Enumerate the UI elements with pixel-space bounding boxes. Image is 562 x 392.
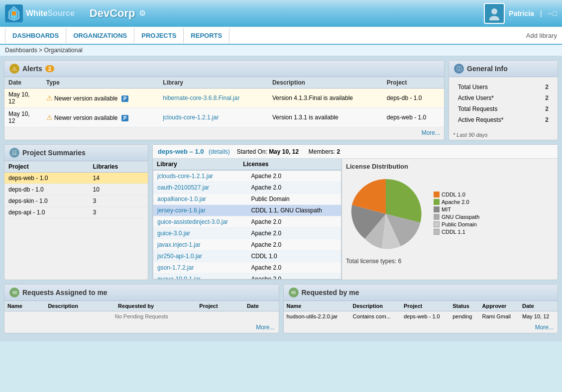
- requested-by-me-panel: ✉ Requested by me Name Description Proje…: [283, 284, 559, 333]
- legend: CDDL 1.0 Apache 2.0 MIT: [434, 192, 479, 236]
- pie-svg: [346, 174, 426, 254]
- whitesource-logo-icon: [5, 4, 23, 22]
- requested-more-link[interactable]: More...: [535, 324, 554, 331]
- gi-label-1: Total Users: [454, 82, 535, 92]
- lib-name: aopalliance-1.0.jar: [153, 194, 247, 205]
- project-summaries-header: ☷ Project Summaries: [4, 145, 148, 161]
- p-badge: P: [121, 96, 129, 102]
- table-row[interactable]: guice-3.0.jar Apache 2.0: [153, 228, 341, 239]
- pubdomain-color: [434, 221, 440, 227]
- top-row: ⚠ Alerts 2 Date Type Library Description…: [4, 60, 558, 144]
- general-info-content: Total Users 2 Active Users* 2 Total Requ…: [449, 77, 558, 140]
- lib-license: Apache 2.0: [247, 216, 341, 228]
- project-icon: ☷: [9, 148, 19, 158]
- req-col-reqby: Requested by: [115, 301, 196, 311]
- requested-by-me-title: Requested by me: [302, 289, 359, 296]
- requests-assigned-panel: ✉ Requests Assigned to me Name Descripti…: [4, 284, 279, 333]
- col-date: Date: [4, 77, 42, 89]
- list-item: CDDL 1.1: [434, 229, 479, 235]
- gear-icon[interactable]: ⚙: [139, 8, 146, 18]
- general-info-header: ⓘ General Info: [449, 61, 558, 77]
- table-row[interactable]: javax.inject-1.jar Apache 2.0: [153, 239, 341, 251]
- nav-projects[interactable]: PROJECTS: [134, 28, 184, 43]
- info-icon: ⓘ: [454, 64, 464, 74]
- alert-desc-1: Version 4.1.3.Final is available: [268, 89, 383, 108]
- alert-date-2: May 10,12: [4, 108, 42, 127]
- table-row[interactable]: aopalliance-1.0.jar Public Domain: [153, 194, 341, 205]
- col-project: Project: [383, 77, 444, 89]
- table-row[interactable]: jsr250-api-1.0.jar CDDL 1.0: [153, 251, 341, 262]
- table-row[interactable]: guice-assistedinject-3.0.jar Apache 2.0: [153, 216, 341, 228]
- logout-icon[interactable]: →□: [546, 9, 557, 17]
- gi-value-1: 2: [536, 82, 553, 92]
- lib-name: guava-10.0.1.jar: [153, 274, 247, 280]
- pie-chart: [346, 174, 426, 254]
- col-description: Description: [268, 77, 383, 89]
- requests-assigned-table: Name Description Requested by Project Da…: [4, 301, 279, 322]
- table-row[interactable]: oauth-20100527.jar Apache 2.0: [153, 182, 341, 194]
- table-row[interactable]: guava-10.0.1.jar Apache 2.0: [153, 274, 341, 280]
- table-row[interactable]: deps-web - 1.0 14: [4, 173, 148, 184]
- proj-libs-1: 14: [89, 173, 148, 184]
- lib-name: javax.inject-1.jar: [153, 239, 247, 251]
- table-row[interactable]: deps-db - 1.0 10: [4, 184, 148, 196]
- proj-name-3: deps-skin - 1.0: [4, 196, 89, 207]
- list-item: Total Requests 2: [454, 104, 553, 114]
- table-row: May 10,12 ⚠ Newer version available P hi…: [4, 89, 444, 108]
- user-name: Patricia: [509, 9, 534, 17]
- requests-assigned-footer: More...: [4, 322, 279, 333]
- table-row[interactable]: deps-api - 1.0 3: [4, 207, 148, 218]
- alert-type-2: ⚠ Newer version available P: [42, 108, 159, 127]
- bottom-row: ✉ Requests Assigned to me Name Descripti…: [4, 284, 558, 337]
- nav-bar: DASHBOARDS ORGANIZATIONS PROJECTS REPORT…: [0, 27, 562, 45]
- library-scroll[interactable]: jclouds-core-1.2.1.jar Apache 2.0 oauth-…: [153, 170, 341, 280]
- alerts-title: Alerts: [22, 65, 42, 73]
- requests-more-link[interactable]: More...: [256, 324, 274, 331]
- warning-icon: ⚠: [46, 113, 53, 121]
- col-library: Library: [159, 77, 268, 89]
- table-row[interactable]: jersey-core-1.6.jar CDDL 1.1, GNU Classp…: [153, 205, 341, 216]
- cddl10-color: [434, 192, 440, 197]
- general-info-panel: ⓘ General Info Total Users 2 Active User…: [449, 60, 558, 140]
- mit-color: [434, 206, 440, 212]
- gi-value-3: 2: [536, 104, 553, 114]
- list-item: Apache 2.0: [434, 199, 479, 205]
- alerts-panel: ⚠ Alerts 2 Date Type Library Description…: [4, 60, 445, 140]
- alerts-more-link[interactable]: More...: [422, 129, 440, 136]
- gi-label-3: Total Requests: [454, 104, 535, 114]
- header-right: Patricia | →□: [484, 3, 557, 24]
- project-details-link[interactable]: (details): [209, 148, 230, 155]
- nav-reports[interactable]: REPORTS: [184, 28, 229, 43]
- nav-organizations[interactable]: ORGANIZATIONS: [66, 28, 134, 43]
- license-dist-title: License Distribution: [346, 163, 554, 170]
- nav-dashboards[interactable]: DASHBOARDS: [5, 28, 66, 43]
- req-col-name: Name: [4, 301, 45, 311]
- lib-col-license: Licenses: [239, 159, 341, 170]
- proj-libs-3: 3: [89, 196, 148, 207]
- project-started: Started On: May 10, 12: [236, 148, 299, 155]
- table-row[interactable]: gson-1.7.2.jar Apache 2.0: [153, 262, 341, 274]
- requested-by-me-header: ✉ Requested by me: [284, 285, 558, 301]
- requested-by-me-table: Name Description Project Status Approver…: [284, 301, 558, 322]
- alerts-icon: ⚠: [9, 64, 19, 74]
- table-row[interactable]: deps-skin - 1.0 3: [4, 196, 148, 207]
- lib-license: Apache 2.0: [247, 182, 341, 194]
- breadcrumb-text: Dashboards > Organizational: [5, 47, 83, 54]
- user-avatar: [484, 3, 505, 24]
- requests-assigned-header: ✉ Requests Assigned to me: [4, 285, 279, 301]
- cddl11-label: CDDL 1.1: [442, 229, 465, 235]
- breadcrumb: Dashboards > Organizational: [0, 45, 562, 56]
- cddl10-label: CDDL 1.0: [442, 192, 465, 197]
- requests-assigned-content: Name Description Requested by Project Da…: [4, 301, 279, 322]
- lib-license: Apache 2.0: [247, 262, 341, 274]
- project-detail-name: deps-web – 1.0: [158, 148, 204, 155]
- add-library-button[interactable]: Add library: [526, 32, 557, 39]
- alerts-badge: 2: [45, 65, 54, 72]
- lib-license: Apache 2.0: [247, 228, 341, 239]
- svg-point-5: [489, 16, 499, 20]
- lib-name: jsr250-api-1.0.jar: [153, 251, 247, 262]
- gi-label-4: Active Requests*: [454, 115, 535, 125]
- no-pending-message: No Pending Requests: [4, 311, 279, 322]
- table-row[interactable]: jclouds-core-1.2.1.jar Apache 2.0: [153, 171, 341, 182]
- proj-col-project: Project: [4, 161, 89, 173]
